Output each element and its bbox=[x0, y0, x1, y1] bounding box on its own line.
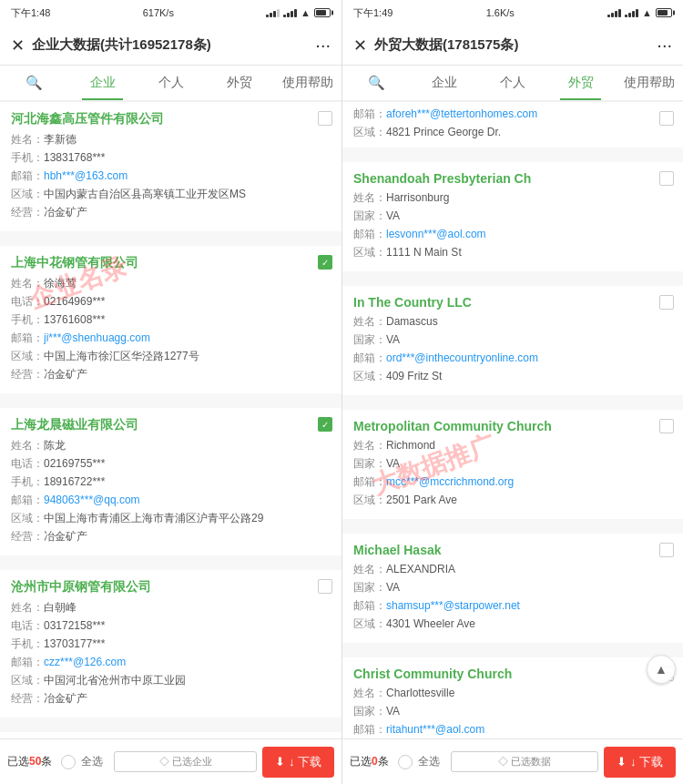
contact-name-2: In The Country LLC bbox=[353, 295, 672, 310]
signal-icon2-r bbox=[625, 9, 638, 17]
more-button-left[interactable]: ··· bbox=[315, 35, 331, 56]
tab-help-label-right: 使用帮助 bbox=[624, 75, 675, 91]
field-row: 区域： 409 Fritz St bbox=[353, 368, 672, 384]
company-card-5[interactable]: 富盈门股指期货开户配资加盟代理 姓名： 温经理 手机： 15918776*** … bbox=[0, 732, 342, 738]
checkbox-4[interactable] bbox=[318, 579, 332, 594]
close-button-right[interactable]: ✕ bbox=[353, 36, 367, 56]
field-row: 邮箱： shamsup***@starpower.net bbox=[353, 597, 672, 614]
signal-icon bbox=[266, 9, 280, 17]
radio-select-all-right[interactable] bbox=[398, 755, 413, 769]
divider bbox=[342, 155, 683, 162]
company-card-4[interactable]: 沧州市中原钢管有限公司 姓名： 白朝峰 电话： 03172158*** 手机： … bbox=[0, 570, 342, 718]
field-row: 邮箱： ord***@inthecountryonline.com bbox=[353, 350, 672, 366]
contact-card-4[interactable]: Michael Hasak 姓名： ALEXANDRIA 国家： VA 邮箱： … bbox=[342, 534, 683, 643]
field-row: 区域： 1111 N Main St bbox=[353, 244, 672, 260]
status-bar-right: 下午1:49 1.6K/s ▲ bbox=[342, 0, 683, 25]
tab-help-right[interactable]: 使用帮助 bbox=[615, 66, 683, 100]
tab-trade-right[interactable]: 外贸 bbox=[546, 66, 615, 100]
search-icon-right: 🔍 bbox=[368, 75, 385, 91]
status-bar-left: 下午1:48 617K/s ▲ bbox=[0, 0, 342, 25]
already-selected-right[interactable]: ◇ 已选数据 bbox=[451, 751, 598, 772]
tab-help-label-left: 使用帮助 bbox=[282, 75, 333, 91]
tab-help-left[interactable]: 使用帮助 bbox=[273, 66, 342, 100]
field-row: 区域： 中国上海市青浦区上海市青浦区沪青平公路29 bbox=[11, 510, 331, 526]
content-left: 企业名录 河北海鑫高压管件有限公司 姓名： 李新德 手机： 13831768**… bbox=[0, 102, 342, 738]
tab-bar-right: 🔍 企业 个人 外贸 使用帮助 bbox=[342, 66, 683, 102]
tab-bar-left: 🔍 企业 个人 外贸 使用帮助 bbox=[0, 66, 342, 102]
already-selected-left[interactable]: ◇ 已选企业 bbox=[114, 751, 257, 772]
contact-card-3[interactable]: Metropolitan Community Church 姓名： Richmo… bbox=[342, 410, 683, 519]
tab-search-right[interactable]: 🔍 bbox=[342, 66, 411, 100]
tab-enterprise-label-left: 企业 bbox=[90, 75, 116, 91]
checkbox-r0[interactable] bbox=[659, 111, 674, 126]
divider bbox=[0, 725, 342, 732]
more-button-right[interactable]: ··· bbox=[657, 35, 672, 56]
bottom-bar-left: 已选50条 全选 ◇ 已选企业 ⬇ ↓ 下载 bbox=[0, 738, 342, 784]
selected-count-right: 已选0条 bbox=[350, 754, 389, 769]
checkbox-3[interactable]: ✓ bbox=[318, 417, 332, 432]
download-label-left: ↓ 下载 bbox=[289, 754, 321, 770]
left-panel: 下午1:48 617K/s ▲ bbox=[0, 0, 342, 784]
bar1 bbox=[266, 15, 269, 17]
field-row: 国家： VA bbox=[353, 455, 672, 472]
already-selected-label-left: ◇ 已选企业 bbox=[159, 755, 212, 769]
field-row: 区域： 中国内蒙古自治区县高寒镇工业开发区MS bbox=[11, 186, 331, 202]
field-row: 区域： 中国河北省沧州市中原工业园 bbox=[11, 672, 331, 688]
download-icon-right: ⬇ bbox=[617, 755, 627, 769]
close-button-left[interactable]: ✕ bbox=[11, 36, 25, 56]
search-icon-left: 🔍 bbox=[25, 75, 43, 91]
download-button-right[interactable]: ⬇ ↓ 下载 bbox=[604, 747, 676, 778]
checkbox-r4[interactable] bbox=[659, 543, 674, 557]
field-row: 手机： 13703177*** bbox=[11, 636, 331, 652]
contact-card-1[interactable]: Shenandoah Presbyterian Ch 姓名： Harrisonb… bbox=[342, 162, 683, 271]
field-row: 姓名： ALEXANDRIA bbox=[353, 561, 672, 577]
download-button-left[interactable]: ⬇ ↓ 下载 bbox=[262, 747, 334, 778]
field-row: 国家： VA bbox=[353, 703, 672, 719]
radio-select-all-left[interactable] bbox=[61, 755, 76, 769]
page-title-left: 企业大数据(共计16952178条) bbox=[32, 36, 315, 54]
company-card-3[interactable]: 上海龙晨磁业有限公司 姓名： 陈龙 电话： 02169755*** 手机： 18… bbox=[0, 408, 342, 555]
tab-trade-left[interactable]: 外贸 bbox=[205, 66, 273, 100]
company-name-4: 沧州市中原钢管有限公司 bbox=[11, 579, 331, 596]
tab-personal-right[interactable]: 个人 bbox=[479, 66, 547, 100]
status-icons-right: ▲ bbox=[607, 7, 672, 18]
checkbox-r2[interactable] bbox=[659, 295, 674, 310]
tab-search-left[interactable]: 🔍 bbox=[0, 66, 68, 100]
checkbox-2[interactable]: ✓ bbox=[318, 255, 332, 270]
signal-icon-r bbox=[607, 9, 621, 17]
field-row: 姓名： Harrisonburg bbox=[353, 189, 672, 206]
tab-enterprise-right[interactable]: 企业 bbox=[411, 66, 479, 100]
field-row: 邮箱： aforeh***@tettertonhomes.com bbox=[353, 106, 672, 122]
download-icon-left: ⬇ bbox=[275, 755, 285, 769]
field-row: 邮箱： mcc***@mccrichmond.org bbox=[353, 473, 672, 490]
field-row: 经营： 冶金矿产 bbox=[11, 204, 331, 220]
contact-name-1: Shenandoah Presbyterian Ch bbox=[353, 171, 672, 186]
title-bar-right: ✕ 外贸大数据(1781575条) ··· bbox=[342, 25, 683, 66]
checkbox-r1[interactable] bbox=[659, 171, 674, 186]
selected-count-left: 已选50条 bbox=[7, 754, 52, 769]
field-row: 邮箱： 948063***@qq.com bbox=[11, 492, 331, 508]
company-card-2[interactable]: 上海中花钢管有限公司 姓名： 徐海莺 电话： 02164969*** 手机： 1… bbox=[0, 246, 342, 393]
select-all-label-right[interactable]: 全选 bbox=[418, 754, 440, 769]
company-name-3: 上海龙晨磁业有限公司 bbox=[11, 417, 331, 433]
already-selected-label-right: ◇ 已选数据 bbox=[498, 755, 551, 769]
contact-card-2[interactable]: In The Country LLC 姓名： Damascus 国家： VA 邮… bbox=[342, 286, 683, 395]
tab-enterprise-left[interactable]: 企业 bbox=[68, 66, 137, 100]
field-row: 经营： 冶金矿产 bbox=[11, 528, 331, 545]
contact-card-5[interactable]: Christ Community Church 姓名： Charlottesvi… bbox=[342, 657, 683, 738]
divider bbox=[342, 650, 683, 657]
battery-fill bbox=[316, 10, 326, 15]
field-row: 姓名： 白朝峰 bbox=[11, 599, 331, 616]
tab-personal-label-left: 个人 bbox=[158, 75, 184, 91]
select-all-label-left[interactable]: 全选 bbox=[81, 754, 103, 769]
field-row: 区域： 2501 Park Ave bbox=[353, 492, 672, 508]
checkbox-1[interactable] bbox=[318, 111, 332, 126]
contact-card-0[interactable]: 邮箱： aforeh***@tettertonhomes.com 区域： 482… bbox=[342, 102, 683, 148]
field-row: 姓名： Damascus bbox=[353, 313, 672, 330]
company-card-1[interactable]: 河北海鑫高压管件有限公司 姓名： 李新德 手机： 13831768*** 邮箱：… bbox=[0, 102, 342, 231]
field-row: 姓名： 陈龙 bbox=[11, 437, 331, 453]
scroll-top-button[interactable]: ▲ bbox=[647, 655, 676, 684]
tab-personal-left[interactable]: 个人 bbox=[137, 66, 205, 100]
checkbox-r3[interactable] bbox=[659, 419, 674, 433]
contact-name-4: Michael Hasak bbox=[353, 543, 672, 557]
